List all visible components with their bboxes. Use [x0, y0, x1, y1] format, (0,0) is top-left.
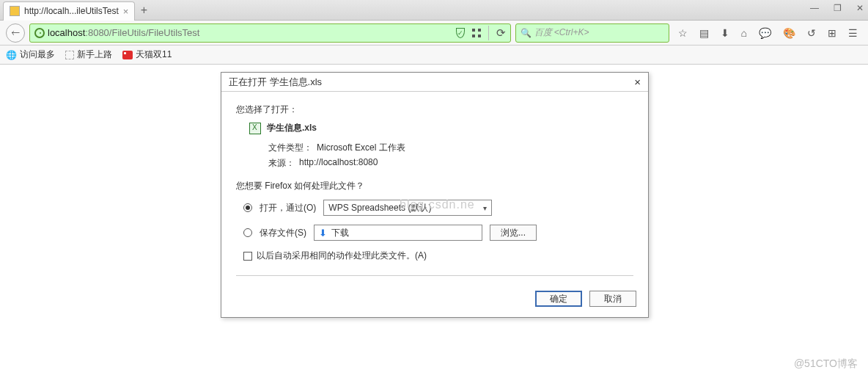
watermark-51cto: @51CTO博客	[794, 357, 858, 371]
open-with-app: WPS Spreadsheets (默认)	[328, 202, 431, 214]
bookmark-label: 新手上路	[77, 48, 112, 61]
url-text: localhost:8080/FileUtils/FileUtilsTest	[48, 27, 453, 38]
dialog-close-icon[interactable]: ×	[634, 76, 641, 88]
handle-prompt: 您想要 Firefox 如何处理此文件？	[236, 180, 633, 192]
radio-save-file[interactable]	[243, 228, 252, 237]
bookmark-star-icon[interactable]: ☆	[678, 27, 688, 39]
new-window-icon[interactable]: ⊞	[828, 27, 836, 39]
new-tab-button[interactable]: +	[135, 4, 152, 17]
bookmark-most-visited[interactable]: 🌐 访问最多	[6, 48, 55, 61]
open-with-label[interactable]: 打开，通过(O)	[260, 202, 316, 214]
tab-favicon	[10, 6, 20, 16]
maximize-icon[interactable]: ❐	[834, 3, 842, 13]
dialog-title: 正在打开 学生信息.xls	[229, 76, 322, 89]
window-controls: — ❐ ✕	[810, 3, 864, 13]
home-icon[interactable]: ⌂	[741, 27, 747, 39]
ok-button[interactable]: 确定	[535, 291, 582, 307]
download-arrow-icon: ⬇	[319, 228, 327, 239]
browse-label: 浏览...	[501, 227, 526, 239]
browser-tab[interactable]: http://localh...ileUtilsTest ×	[3, 1, 135, 21]
remember-choice-row[interactable]: 以后自动采用相同的动作处理此类文件。(A)	[243, 250, 633, 262]
xls-file-icon	[249, 123, 261, 134]
url-host: localhost	[48, 27, 85, 38]
remember-label: 以后自动采用相同的动作处理此类文件。(A)	[257, 250, 427, 262]
source-value: http://localhost:8080	[299, 157, 378, 170]
identity-icon[interactable]	[34, 28, 45, 38]
reload-icon[interactable]: ⟳	[496, 26, 506, 40]
tab-title: http://localh...ileUtilsTest	[24, 6, 119, 16]
url-bar[interactable]: localhost:8080/FileUtils/FileUtilsTest ✓…	[29, 23, 511, 43]
url-port: :8080	[85, 27, 109, 38]
menu-icon[interactable]: ☰	[848, 27, 858, 39]
cancel-label: 取消	[604, 293, 622, 305]
search-placeholder: 百度 <Ctrl+K>	[534, 26, 589, 39]
save-file-label[interactable]: 保存文件(S)	[260, 227, 306, 239]
filename: 学生信息.xls	[267, 122, 317, 134]
url-path: /FileUtils/FileUtilsTest	[109, 27, 200, 38]
shield-icon[interactable]: ✓	[456, 28, 465, 38]
you-chose-label: 您选择了打开：	[236, 103, 633, 116]
ok-label: 确定	[550, 293, 567, 305]
search-bar[interactable]: 🔍 百度 <Ctrl+K>	[515, 23, 669, 43]
radio-open-with[interactable]	[243, 203, 252, 212]
source-label: 来源：	[268, 157, 295, 170]
filetype-value: Microsoft Excel 工作表	[317, 142, 405, 154]
sync-icon[interactable]: ↺	[807, 27, 816, 39]
sidebar-icon[interactable]: ▤	[699, 27, 709, 39]
back-button[interactable]: 🡐	[6, 23, 25, 43]
window-close-icon[interactable]: ✕	[856, 3, 864, 13]
palette-icon[interactable]: 🎨	[783, 27, 795, 39]
save-path: 下载	[331, 227, 349, 239]
save-path-field[interactable]: ⬇ 下载	[314, 225, 482, 241]
divider	[488, 26, 489, 40]
bookmark-novice[interactable]: 新手上路	[65, 48, 112, 61]
remember-checkbox[interactable]	[243, 252, 252, 261]
bookmark-label: 访问最多	[20, 48, 55, 61]
browse-button[interactable]: 浏览...	[490, 225, 537, 241]
blank-favicon	[65, 51, 74, 59]
download-dialog: 正在打开 学生信息.xls × 您选择了打开： 学生信息.xls 文件类型： M…	[221, 72, 649, 318]
cancel-button[interactable]: 取消	[589, 291, 636, 307]
globe-icon: 🌐	[6, 50, 17, 60]
download-icon[interactable]: ⬇	[721, 27, 729, 39]
search-icon: 🔍	[521, 28, 532, 38]
chat-icon[interactable]: 💬	[759, 27, 771, 39]
open-with-combo[interactable]: WPS Spreadsheets (默认) ▾	[323, 200, 492, 216]
filetype-label: 文件类型：	[268, 142, 312, 154]
bookmark-tmall[interactable]: 天猫双11	[122, 48, 172, 61]
qr-icon[interactable]	[472, 29, 481, 37]
chevron-down-icon: ▾	[483, 204, 487, 212]
bookmark-label: 天猫双11	[136, 48, 172, 61]
tmall-favicon	[122, 51, 133, 59]
close-tab-icon[interactable]: ×	[123, 6, 129, 17]
dialog-separator	[236, 275, 633, 276]
minimize-icon[interactable]: —	[810, 3, 819, 13]
